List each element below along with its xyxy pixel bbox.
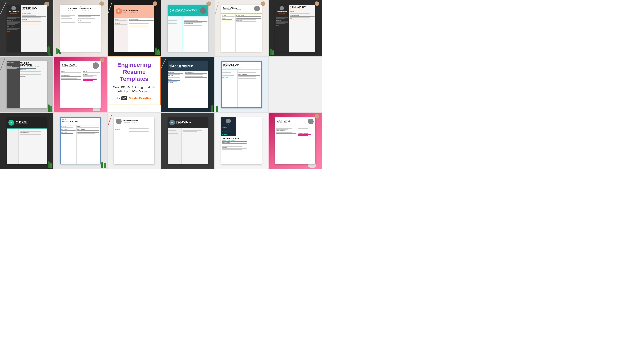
- plant-icon: [101, 162, 106, 169]
- marina-zambrano-resume: ━━ M ━━ Marina Zambrano Complete Freelan…: [60, 5, 101, 52]
- noah-mathew-resume-2: Noah Mathew UI/UX Developer Experience E…: [275, 5, 315, 52]
- promo-brand-prefix: by: [117, 96, 120, 100]
- resume-card-rose[interactable]: M Rose Merline Web Developer Contacts Ed…: [161, 113, 214, 169]
- pen-icon: [108, 2, 112, 13]
- promo-cell: Engineering Resume Templates Save $300-5…: [108, 56, 161, 113]
- william-christopher-resume: W C William Christopher Complete Freelan…: [168, 61, 208, 108]
- pen-icon: [108, 115, 112, 127]
- resume-card-daniel[interactable]: Daniel William Complete Freelancer Profi…: [214, 0, 268, 56]
- empty-cell-r2c6: [268, 56, 322, 113]
- wilkins-micawber-resume: Contacts Profile WILKINS MICAWBER Comple…: [6, 61, 47, 108]
- welly-oliver-resume: W Welly Oliver Web Developer Links Skill…: [6, 117, 47, 164]
- resume-card-micheal-1[interactable]: ━━ M ━━ Micheal Blick Your Profession Co…: [214, 56, 268, 113]
- pen-icon: [215, 2, 219, 15]
- micheal-blick-resume-2: ━━ M ━━ Micheal Blick Your Profession Co…: [60, 117, 101, 164]
- plant-icon: [155, 47, 160, 56]
- pen-icon: [161, 58, 166, 70]
- resume-card-micheal-2[interactable]: ━━ M ━━ Micheal Blick Your Profession Co…: [54, 113, 107, 169]
- resume-card-adam[interactable]: Adam Parker Your Profession Address Educ…: [108, 113, 161, 169]
- mb-badge: MB: [121, 96, 128, 100]
- resume-card-noah-1[interactable]: Noah Mathew UI/UX Developer Profile Expe…: [0, 0, 54, 56]
- resume-card-marina[interactable]: ━━ M ━━ Marina Zambrano Complete Freelan…: [54, 0, 107, 56]
- pen-icon: [0, 3, 6, 14]
- paul-hamilton-resume: P Paul Hamilton Your Profession Profile …: [114, 5, 154, 52]
- plant-icon: [211, 105, 213, 112]
- resume-card-william[interactable]: W C William Christopher Complete Freelan…: [161, 56, 214, 113]
- plant-icon: [48, 161, 52, 169]
- plant-icon: [56, 48, 60, 55]
- mb-brand-name: MasterBundles: [129, 96, 151, 100]
- promo-subtitle: Save $300-500 Buying Products with Up to…: [112, 85, 156, 94]
- resume-card-john[interactable]: JG Contacts Skills Hobbies John Goddard: [214, 113, 268, 169]
- resume-card-jayden[interactable]: CV Jayden Alexander Web Developer Educat…: [161, 0, 214, 56]
- emily-olivia-resume-1: Emily Olivia GRAPHIC DESIGNER Profile Wo…: [60, 61, 101, 108]
- emily-olivia-resume-2: Emily Olivia GRAPHIC DESIGNER Profile Wo…: [275, 117, 315, 164]
- noah-mathew-resume-1: Noah Mathew UI/UX Developer Profile Expe…: [6, 5, 47, 52]
- plant-icon: [216, 106, 218, 112]
- daniel-william-resume: Daniel William Complete Freelancer Profi…: [221, 5, 262, 52]
- jayden-alexander-resume: CV Jayden Alexander Web Developer Educat…: [168, 5, 208, 52]
- promo-brand: by MB MasterBundles: [117, 96, 151, 100]
- john-goddard-resume: JG Contacts Skills Hobbies John Goddard: [221, 117, 262, 164]
- plant-icon: [48, 104, 52, 112]
- micheal-blick-resume-1: ━━ M ━━ Micheal Blick Your Profession Co…: [221, 61, 262, 108]
- resume-card-emily-2[interactable]: Emily Olivia GRAPHIC DESIGNER Profile Wo…: [268, 113, 322, 169]
- resume-card-paul[interactable]: P Paul Hamilton Your Profession Profile …: [108, 0, 161, 56]
- rose-merline-resume: M Rose Merline Web Developer Contacts Ed…: [168, 117, 208, 164]
- resume-card-welly[interactable]: W Welly Oliver Web Developer Links Skill…: [0, 113, 54, 169]
- resume-card-noah-2[interactable]: Noah Mathew UI/UX Developer Experience E…: [268, 0, 322, 56]
- promo-title: Engineering Resume Templates: [112, 62, 156, 83]
- resume-card-wilkins[interactable]: Contacts Profile WILKINS MICAWBER Comple…: [0, 56, 54, 113]
- adam-parker-resume: Adam Parker Your Profession Address Educ…: [114, 117, 154, 164]
- resume-card-emily-1[interactable]: Emily Olivia GRAPHIC DESIGNER Profile Wo…: [54, 56, 107, 113]
- pen-icon: [0, 58, 5, 70]
- resume-grid: Noah Mathew UI/UX Developer Profile Expe…: [0, 0, 322, 169]
- plant-icon: [270, 49, 274, 56]
- promo-card: Engineering Resume Templates Save $300-5…: [108, 57, 161, 105]
